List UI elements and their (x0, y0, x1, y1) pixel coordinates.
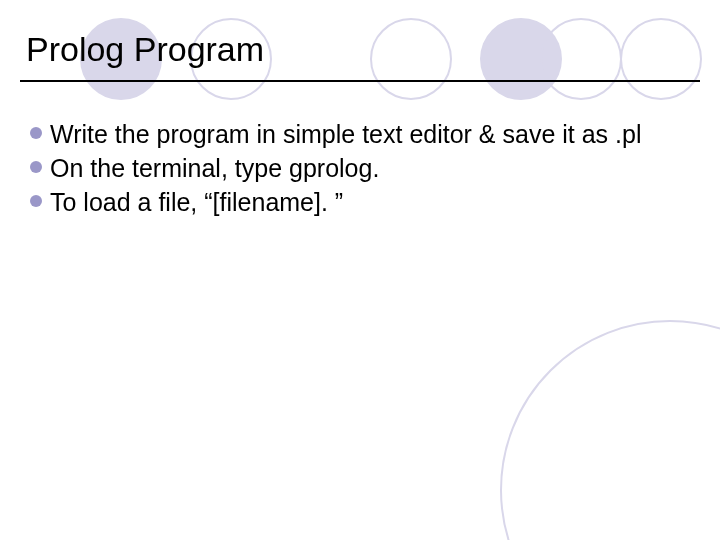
list-item-text: Write the program in simple text editor … (50, 118, 641, 150)
list-item: On the terminal, type gprolog. (30, 152, 670, 184)
list-item-text: On the terminal, type gprolog. (50, 152, 379, 184)
bullet-icon (30, 161, 42, 173)
list-item: Write the program in simple text editor … (30, 118, 670, 150)
background-circle (500, 320, 720, 540)
list-item-text: To load a file, “[filename]. ” (50, 186, 343, 218)
circle-decoration (620, 18, 702, 100)
bullet-icon (30, 127, 42, 139)
bullet-list: Write the program in simple text editor … (30, 118, 670, 220)
title-underline (20, 80, 700, 82)
circle-decoration (540, 18, 622, 100)
circle-decoration (480, 18, 562, 100)
list-item: To load a file, “[filename]. ” (30, 186, 670, 218)
circle-decoration (370, 18, 452, 100)
bullet-icon (30, 195, 42, 207)
slide-title: Prolog Program (26, 30, 264, 69)
